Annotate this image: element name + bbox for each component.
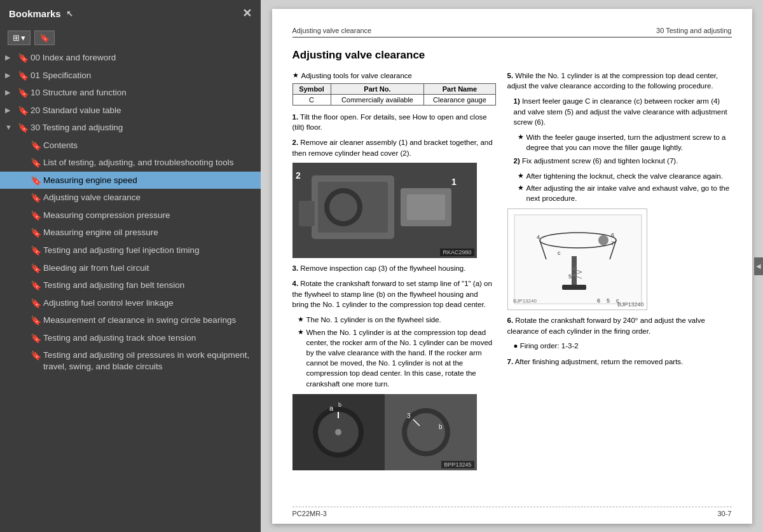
bookmarks-panel: Bookmarks ↖ ✕ ⊞ ▾ 🔖 ▶ 🔖 00 Index and for…	[0, 0, 261, 532]
bookmark-icon-button[interactable]: 🔖	[34, 31, 55, 45]
step-5-2: 2) Fix adjustment screw (6) and tighten …	[514, 156, 732, 167]
close-button[interactable]: ✕	[242, 6, 252, 20]
step-7: 7. After finishing adjustment, return th…	[507, 357, 732, 367]
bookmark-item-list-tools[interactable]: 🔖 List of testing, adjusting, and troubl…	[0, 154, 261, 172]
bookmark-flag-test-track: 🔖	[31, 333, 41, 343]
content-right-col: 5. While the No. 1 cylinder is at the co…	[507, 71, 732, 475]
page-container: Adjusting valve clearance 30 Testing and…	[272, 9, 752, 524]
table-header-partno: Part No.	[331, 83, 424, 94]
bookmark-item-meas-comp[interactable]: 🔖 Measuring compression pressure	[0, 207, 261, 224]
table-cell-partno: Commercially available	[331, 94, 424, 105]
bookmark-flag-struct: 🔖	[18, 88, 28, 98]
bookmark-label-list-tools: List of testing, adjusting, and troubles…	[43, 157, 256, 168]
bookmark-item-meas-clearance[interactable]: 🔖 Measurement of clearance in swing circ…	[0, 311, 261, 329]
svg-text:2: 2	[296, 170, 301, 181]
bookmark-item-test-track[interactable]: 🔖 Testing and adjusting track shoe tensi…	[0, 329, 261, 347]
bookmark-flag-bleed-air: 🔖	[31, 263, 41, 273]
bookmark-item-test-fan[interactable]: 🔖 Testing and adjusting fan belt tension	[0, 276, 261, 294]
table-row: C Commercially available Clearance gauge	[292, 94, 495, 105]
page-header-right: 30 Testing and adjusting	[656, 27, 731, 34]
bookmark-item-test-fuel[interactable]: 🔖 Testing and adjusting fuel injection t…	[0, 242, 261, 259]
bookmark-label-adj-valve: Adjusting valve clearance	[43, 192, 256, 203]
star-text-1: The No. 1 cylinder is on the flywheel si…	[306, 315, 441, 325]
page-header-left: Adjusting valve clearance	[292, 27, 372, 34]
bookmark-label-meas-clearance: Measurement of clearance in swing circle…	[43, 315, 256, 326]
bookmark-flag-meas-oil: 🔖	[31, 228, 41, 238]
expand-icon-test-track	[18, 334, 28, 341]
bookmark-label-test-track: Testing and adjusting track shoe tension	[43, 332, 256, 344]
diagram-label: BJP13240	[617, 301, 644, 308]
bookmark-flag-meas-clearance: 🔖	[31, 315, 41, 325]
bookmark-label-test-fuel: Testing and adjusting fuel injection tim…	[43, 245, 256, 256]
bookmark-item-meas-oil[interactable]: 🔖 Measuring engine oil pressure	[0, 224, 261, 242]
bookmark-item-adj-fuel-ctrl[interactable]: 🔖 Adjusting fuel control lever linkage	[0, 294, 261, 312]
bookmark-item-contents[interactable]: 🔖 Contents	[0, 137, 261, 154]
svg-rect-28	[562, 285, 586, 290]
valve-diagram-svg: 6 7 4 c 5 BJP13240 6 5 c	[508, 208, 647, 310]
bookmark-item-stdval[interactable]: ▶ 🔖 20 Standard value table	[0, 102, 261, 119]
expand-icon-adj-valve	[18, 193, 28, 201]
svg-point-19	[407, 413, 445, 451]
bookmark-flag-test-fuel: 🔖	[31, 245, 41, 256]
bookmark-label-index: 00 Index and foreword	[31, 52, 256, 64]
star-text-5-2b: After adjusting the air intake valve and…	[526, 183, 732, 203]
right-panel: Adjusting valve clearance 30 Testing and…	[261, 0, 763, 532]
step-3: 3. Remove inspection cap (3) of the flyw…	[292, 263, 496, 274]
expand-all-button[interactable]: ⊞ ▾	[8, 31, 31, 45]
bookmark-label-adj-fuel-ctrl: Adjusting fuel control lever linkage	[43, 297, 256, 309]
grid-icon: ⊞	[13, 33, 20, 43]
star-icon-5-1: ★	[518, 132, 524, 142]
expand-icon-bleed-air	[18, 264, 28, 271]
expand-icon-contents	[18, 141, 28, 149]
bookmark-item-index[interactable]: ▶ 🔖 00 Index and foreword	[0, 49, 261, 67]
svg-point-4	[329, 193, 357, 221]
tools-heading-text: Adjusting tools for valve clearance	[301, 71, 413, 81]
step-4: 4. Rotate the crankshaft forward to set …	[292, 278, 496, 310]
star-note-5-1: ★ With the feeler gauge inserted, turn t…	[518, 132, 732, 153]
table-cell-partname: Clearance gauge	[424, 94, 495, 105]
bookmark-item-test-oil-press[interactable]: 🔖 Testing and adjusting oil pressures in…	[0, 346, 261, 375]
svg-rect-6	[407, 194, 445, 220]
bookmark-icon: 🔖	[39, 33, 50, 43]
svg-text:b: b	[439, 423, 443, 430]
bookmark-label-meas-eng-speed: Measuring engine speed	[43, 175, 256, 186]
bookmark-flag-adj-valve: 🔖	[31, 193, 41, 203]
table-header-partname: Part Name	[424, 83, 495, 94]
star-icon-5-2b: ★	[518, 183, 524, 193]
bookmark-label-spec: 01 Specification	[31, 70, 256, 81]
expand-icon-stdval: ▶	[5, 106, 15, 114]
bookmark-label-stdval: 20 Standard value table	[31, 105, 256, 116]
bookmark-label-test-fan: Testing and adjusting fan belt tension	[43, 280, 256, 291]
engine-img-label-1: RKAC2980	[440, 249, 474, 256]
bookmark-item-bleed-air[interactable]: 🔖 Bleeding air from fuel circuit	[0, 259, 261, 277]
bookmark-flag-spec: 🔖	[18, 71, 28, 81]
table-header-symbol: Symbol	[292, 83, 331, 94]
star-note-5-2b: ★ After adjusting the air intake valve a…	[518, 183, 732, 203]
engine-image-1: 2 1 RKAC2980	[292, 163, 477, 258]
star-text-5-1: With the feeler gauge inserted, turn the…	[526, 132, 732, 153]
svg-text:b: b	[338, 402, 341, 408]
bookmark-flag-meas-eng-speed: 🔖	[31, 175, 41, 186]
bookmark-flag-test-fan: 🔖	[31, 280, 41, 290]
svg-text:5: 5	[568, 273, 572, 280]
page-header: Adjusting valve clearance 30 Testing and…	[292, 27, 732, 38]
svg-rect-7	[299, 201, 315, 226]
expand-icon-meas-clearance	[18, 316, 28, 324]
bookmark-item-meas-eng-speed[interactable]: 🔖 Measuring engine speed	[0, 172, 261, 189]
bookmark-item-spec[interactable]: ▶ 🔖 01 Specification	[0, 67, 261, 85]
bookmark-label-meas-oil: Measuring engine oil pressure	[43, 227, 256, 238]
engine-image-2: a b 3 b BPP13245	[292, 394, 477, 470]
expand-icon-meas-oil	[18, 228, 28, 236]
step-5: 5. While the No. 1 cylinder is at the co…	[507, 71, 732, 92]
bookmark-item-testing[interactable]: ▼ 🔖 30 Testing and adjusting	[0, 119, 261, 137]
bookmark-item-struct[interactable]: ▶ 🔖 10 Structure and function	[0, 84, 261, 102]
svg-text:4: 4	[537, 234, 540, 240]
svg-text:BJP13240: BJP13240	[513, 298, 537, 304]
step-5-1: 1) Insert feeler gauge C in clearance (c…	[514, 96, 732, 128]
page-title: Adjusting valve clearance	[292, 49, 732, 62]
bookmark-item-adj-valve[interactable]: 🔖 Adjusting valve clearance	[0, 189, 261, 207]
bookmarks-toolbar: ⊞ ▾ 🔖	[0, 27, 261, 49]
bookmark-flag-meas-comp: 🔖	[31, 210, 41, 221]
dropdown-arrow: ▾	[21, 33, 25, 43]
bookmark-label-testing: 30 Testing and adjusting	[31, 122, 256, 133]
